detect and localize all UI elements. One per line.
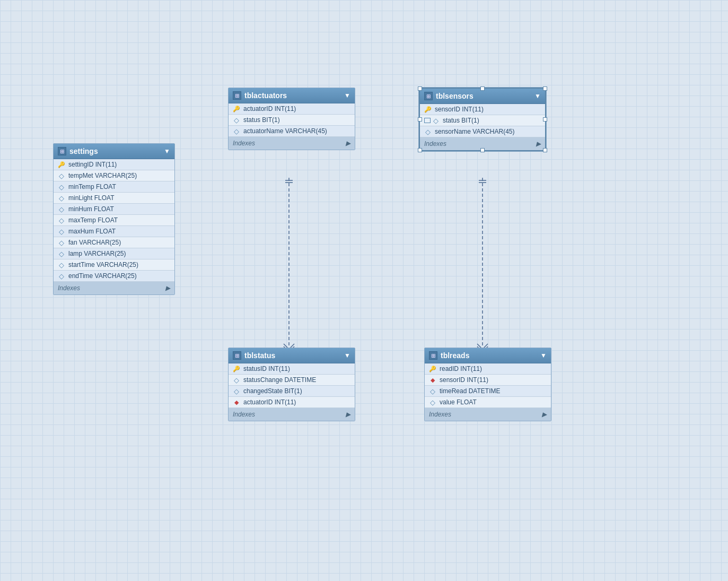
- field-sensor-status[interactable]: ◇ status BIT(1): [420, 115, 545, 126]
- field-maxHum-text: maxHum FLOAT: [68, 228, 116, 235]
- tblstatus-indexes-arrow: ▶: [346, 411, 350, 418]
- field-icon: ◇: [58, 172, 65, 179]
- field-actuatorID[interactable]: 🔑 actuatorID INT(11): [229, 103, 355, 115]
- field-endTime-text: endTime VARCHAR(25): [68, 272, 137, 280]
- table-tblreads-arrow[interactable]: ▼: [540, 352, 547, 359]
- table-settings-header[interactable]: ⊞ settings ▼: [54, 144, 174, 159]
- field-changedState[interactable]: ◇ changedState BIT(1): [229, 386, 355, 397]
- field-settingID[interactable]: 🔑 settingID INT(11): [54, 159, 174, 170]
- field-icon: ◇: [429, 398, 436, 406]
- tblsensors-indexes-label: Indexes: [424, 140, 446, 148]
- field-minTemp[interactable]: ◇ minTemp FLOAT: [54, 181, 174, 193]
- field-changedState-text: changedState BIT(1): [243, 387, 302, 395]
- field-statusID-text: statusID INT(11): [243, 365, 290, 372]
- table-tblsensors-title: tblsensors: [436, 92, 531, 100]
- field-lamp[interactable]: ◇ lamp VARCHAR(25): [54, 248, 174, 259]
- field-icon: ◇: [233, 127, 240, 135]
- resize-bl[interactable]: [418, 148, 422, 152]
- table-tblsensors[interactable]: ⊞ tblsensors ▼ 🔑 sensorID INT(11) ◇ stat…: [419, 88, 546, 151]
- fk-box-icon: [424, 118, 431, 123]
- field-actuatorID-fk[interactable]: ◆ actuatorID INT(11): [229, 397, 355, 408]
- field-icon: ◇: [429, 387, 436, 395]
- field-fan-text: fan VARCHAR(25): [68, 239, 121, 246]
- settings-indexes[interactable]: Indexes ▶: [54, 282, 174, 294]
- field-icon: ◇: [58, 205, 65, 213]
- resize-mr[interactable]: [543, 117, 547, 122]
- field-icon: ◇: [233, 376, 240, 384]
- field-endTime[interactable]: ◇ endTime VARCHAR(25): [54, 271, 174, 282]
- field-maxTemp-text: maxTemp FLOAT: [68, 216, 118, 224]
- tblreads-indexes-arrow: ▶: [542, 411, 547, 418]
- field-status[interactable]: ◇ status BIT(1): [229, 115, 355, 126]
- tblstatus-indexes-label: Indexes: [233, 411, 255, 418]
- field-value[interactable]: ◇ value FLOAT: [425, 397, 551, 408]
- table-tblsensors-arrow[interactable]: ▼: [534, 92, 541, 100]
- field-statusChange-text: statusChange DATETIME: [243, 376, 316, 384]
- field-timeRead-text: timeRead DATETIME: [440, 387, 500, 395]
- field-icon: ◇: [58, 250, 65, 257]
- field-fan[interactable]: ◇ fan VARCHAR(25): [54, 237, 174, 248]
- resize-tr[interactable]: [543, 86, 547, 91]
- field-statusID[interactable]: 🔑 statusID INT(11): [229, 363, 355, 375]
- field-icon: ◇: [58, 261, 65, 268]
- resize-tl[interactable]: [418, 86, 422, 91]
- table-tblstatus-title: tblstatus: [244, 351, 341, 360]
- field-icon: ◇: [233, 116, 240, 124]
- field-minHum[interactable]: ◇ minHum FLOAT: [54, 204, 174, 215]
- field-icon: ◇: [58, 228, 65, 235]
- field-minLight-text: minLight FLOAT: [68, 194, 114, 202]
- field-icon: ◇: [58, 216, 65, 224]
- resize-ml[interactable]: [418, 117, 422, 122]
- field-actuatorID-fk-text: actuatorID INT(11): [243, 398, 296, 406]
- table-tblstatus-arrow[interactable]: ▼: [344, 352, 350, 359]
- fk-icon: ◆: [429, 376, 436, 384]
- field-statusChange[interactable]: ◇ statusChange DATETIME: [229, 375, 355, 386]
- field-icon: ◇: [424, 128, 432, 135]
- table-tblsensors-header[interactable]: ⊞ tblsensors ▼: [420, 89, 545, 104]
- table-tblreads-icon: ⊞: [429, 351, 437, 360]
- resize-tc[interactable]: [480, 86, 485, 91]
- field-minTemp-text: minTemp FLOAT: [68, 183, 116, 190]
- table-tblstatus-header[interactable]: ⊞ tblstatus ▼: [229, 348, 355, 363]
- field-tempMet-text: tempMet VARCHAR(25): [68, 172, 137, 179]
- table-tblreads[interactable]: ⊞ tblreads ▼ 🔑 readID INT(11) ◆ sensorID…: [424, 348, 551, 421]
- field-actuatorName[interactable]: ◇ actuatorName VARCHAR(45): [229, 126, 355, 137]
- pk-icon: 🔑: [233, 105, 240, 112]
- field-lamp-text: lamp VARCHAR(25): [68, 250, 126, 257]
- resize-bc[interactable]: [480, 148, 485, 152]
- tblactuators-indexes[interactable]: Indexes ▶: [229, 137, 355, 150]
- table-tblactuators-icon: ⊞: [233, 91, 241, 100]
- field-maxHum[interactable]: ◇ maxHum FLOAT: [54, 226, 174, 237]
- field-sensor-status-text: status BIT(1): [443, 117, 479, 124]
- field-minLight[interactable]: ◇ minLight FLOAT: [54, 193, 174, 204]
- field-actuatorName-text: actuatorName VARCHAR(45): [243, 127, 327, 135]
- table-tblstatus[interactable]: ⊞ tblstatus ▼ 🔑 statusID INT(11) ◇ statu…: [228, 348, 355, 421]
- tblstatus-indexes[interactable]: Indexes ▶: [229, 408, 355, 421]
- table-tblstatus-icon: ⊞: [233, 351, 241, 360]
- field-sensorID-fk[interactable]: ◆ sensorID INT(11): [425, 375, 551, 386]
- table-tblreads-title: tblreads: [441, 351, 537, 360]
- tblreads-indexes[interactable]: Indexes ▶: [425, 408, 551, 421]
- pk-icon: 🔑: [424, 106, 432, 113]
- table-tblactuators-arrow[interactable]: ▼: [344, 92, 350, 99]
- field-tempMet[interactable]: ◇ tempMet VARCHAR(25): [54, 170, 174, 181]
- field-icon: ◇: [58, 194, 65, 202]
- field-icon: ◇: [58, 239, 65, 246]
- table-tblreads-header[interactable]: ⊞ tblreads ▼: [425, 348, 551, 363]
- table-settings[interactable]: ⊞ settings ▼ 🔑 settingID INT(11) ◇ tempM…: [53, 143, 175, 295]
- field-sensorName[interactable]: ◇ sensorName VARCHAR(45): [420, 126, 545, 137]
- field-startTime-text: startTime VARCHAR(25): [68, 261, 138, 268]
- settings-indexes-label: Indexes: [58, 284, 80, 292]
- resize-br[interactable]: [543, 148, 547, 152]
- table-settings-arrow[interactable]: ▼: [164, 148, 170, 155]
- tblactuators-indexes-arrow: ▶: [346, 140, 350, 147]
- table-tblactuators-header[interactable]: ⊞ tblactuators ▼: [229, 88, 355, 103]
- field-maxTemp[interactable]: ◇ maxTemp FLOAT: [54, 215, 174, 226]
- field-readID[interactable]: 🔑 readID INT(11): [425, 363, 551, 375]
- field-timeRead[interactable]: ◇ timeRead DATETIME: [425, 386, 551, 397]
- table-settings-icon: ⊞: [58, 147, 66, 155]
- field-diamond-icon: ◇: [432, 117, 440, 124]
- field-startTime[interactable]: ◇ startTime VARCHAR(25): [54, 259, 174, 271]
- table-tblactuators[interactable]: ⊞ tblactuators ▼ 🔑 actuatorID INT(11) ◇ …: [228, 88, 355, 150]
- field-sensorID[interactable]: 🔑 sensorID INT(11): [420, 104, 545, 115]
